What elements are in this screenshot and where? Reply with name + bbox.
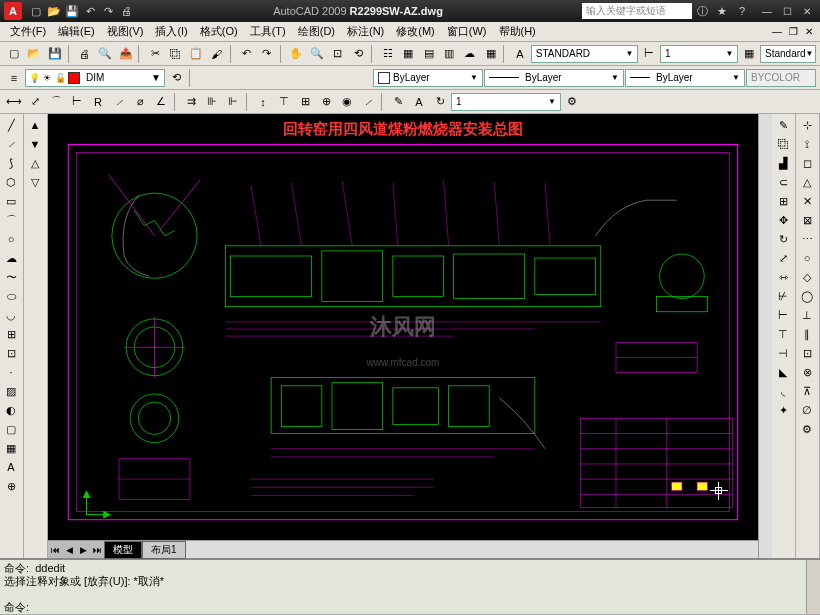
erase-icon[interactable]: ✎: [773, 116, 793, 134]
menu-edit[interactable]: 编辑(E): [52, 22, 101, 41]
horizontal-scrollbar[interactable]: [186, 541, 758, 558]
center-mark-icon[interactable]: ⊕: [316, 92, 336, 112]
minimize-button[interactable]: —: [758, 4, 776, 18]
menu-file[interactable]: 文件(F): [4, 22, 52, 41]
close-button[interactable]: ✕: [798, 4, 816, 18]
plotstyle-dropdown[interactable]: BYCOLOR: [746, 69, 816, 87]
redo-icon[interactable]: ↷: [100, 3, 116, 19]
sheet-set-icon[interactable]: ▥: [440, 44, 460, 64]
dim-jogged-icon[interactable]: ⟋: [109, 92, 129, 112]
menu-draw[interactable]: 绘图(D): [292, 22, 341, 41]
undo-icon[interactable]: ↶: [237, 44, 257, 64]
dim-angular-icon[interactable]: ∠: [151, 92, 171, 112]
circle-icon[interactable]: ○: [1, 230, 21, 248]
tab-prev-icon[interactable]: ◀: [62, 542, 76, 558]
table-style-dropdown[interactable]: Standard▼: [760, 45, 816, 63]
hatch-icon[interactable]: ▨: [1, 382, 21, 400]
center-icon[interactable]: ○: [797, 249, 817, 267]
intersection-icon[interactable]: ✕: [797, 192, 817, 210]
copy-obj-icon[interactable]: ⿻: [773, 135, 793, 153]
paste-icon[interactable]: 📋: [186, 44, 206, 64]
dim-radius-icon[interactable]: R: [88, 92, 108, 112]
tool-palette-icon[interactable]: ▤: [419, 44, 439, 64]
inspect-icon[interactable]: ◉: [337, 92, 357, 112]
new-icon[interactable]: ▢: [4, 44, 24, 64]
pan-icon[interactable]: ✋: [287, 44, 307, 64]
doc-minimize-button[interactable]: —: [770, 25, 784, 39]
help-icon[interactable]: ?: [732, 1, 752, 21]
addselect-icon[interactable]: ⊕: [1, 477, 21, 495]
command-line[interactable]: 命令: ddedit 选择注释对象或 [放弃(U)]: *取消* 命令:: [0, 558, 820, 614]
dim-style-dropdown[interactable]: 1▼: [660, 45, 738, 63]
doc-close-button[interactable]: ✕: [802, 25, 816, 39]
maximize-button[interactable]: ☐: [778, 4, 796, 18]
layer-dropdown[interactable]: 💡 ☀ 🔓 DIM ▼: [25, 69, 165, 87]
parallel-icon[interactable]: ∥: [797, 325, 817, 343]
trim-icon[interactable]: ⊬: [773, 287, 793, 305]
menu-view[interactable]: 视图(V): [101, 22, 150, 41]
open-icon[interactable]: 📂: [25, 44, 45, 64]
linetype-dropdown[interactable]: ByLayer▼: [484, 69, 624, 87]
properties-icon[interactable]: ☷: [378, 44, 398, 64]
mirror-icon[interactable]: ▟: [773, 154, 793, 172]
offset-icon[interactable]: ⊂: [773, 173, 793, 191]
menu-tools[interactable]: 工具(T): [244, 22, 292, 41]
dim-continue-icon[interactable]: ⊩: [223, 92, 243, 112]
dim-style-mgr-icon[interactable]: ⚙: [562, 92, 582, 112]
zoom-window-icon[interactable]: ⊡: [328, 44, 348, 64]
comm-icon[interactable]: ★: [712, 1, 732, 21]
tab-first-icon[interactable]: ⏮: [48, 542, 62, 558]
save-icon[interactable]: 💾: [45, 44, 65, 64]
dim-diameter-icon[interactable]: ⌀: [130, 92, 150, 112]
menu-dimension[interactable]: 标注(N): [341, 22, 390, 41]
dim-tedit-icon[interactable]: A: [409, 92, 429, 112]
dim-quick-icon[interactable]: ⇉: [181, 92, 201, 112]
calc-icon[interactable]: ▦: [481, 44, 501, 64]
dim-edit-icon[interactable]: ✎: [388, 92, 408, 112]
menu-help[interactable]: 帮助(H): [493, 22, 542, 41]
zoom-prev-icon[interactable]: ⟲: [348, 44, 368, 64]
appint-icon[interactable]: ⊠: [797, 211, 817, 229]
array-icon[interactable]: ⊞: [773, 192, 793, 210]
join-icon[interactable]: ⊣: [773, 344, 793, 362]
save-icon[interactable]: 💾: [64, 3, 80, 19]
open-icon[interactable]: 📂: [46, 3, 62, 19]
doc-restore-button[interactable]: ❐: [786, 25, 800, 39]
color-dropdown[interactable]: ByLayer▼: [373, 69, 483, 87]
above-icon[interactable]: △: [25, 154, 45, 172]
app-logo[interactable]: A: [4, 2, 22, 20]
endpoint-icon[interactable]: ◻: [797, 154, 817, 172]
mtext-icon[interactable]: A: [1, 458, 21, 476]
infocenter-icon[interactable]: ⓘ: [692, 1, 712, 21]
text-style-dropdown[interactable]: STANDARD▼: [531, 45, 639, 63]
print-icon[interactable]: 🖨: [75, 44, 95, 64]
front-icon[interactable]: ▲: [25, 116, 45, 134]
extend-icon[interactable]: ⊢: [773, 306, 793, 324]
quadrant-icon[interactable]: ◇: [797, 268, 817, 286]
dim-update-icon[interactable]: ↻: [430, 92, 450, 112]
tab-layout1[interactable]: 布局1: [142, 541, 186, 559]
ellipse-icon[interactable]: ⬭: [1, 287, 21, 305]
below-icon[interactable]: ▽: [25, 173, 45, 191]
arc-icon[interactable]: ⌒: [1, 211, 21, 229]
stretch-icon[interactable]: ⇿: [773, 268, 793, 286]
tab-model[interactable]: 模型: [104, 541, 142, 559]
perp-icon[interactable]: ⊥: [797, 306, 817, 324]
none-icon[interactable]: ∅: [797, 401, 817, 419]
dim-arc-icon[interactable]: ⌒: [46, 92, 66, 112]
line-icon[interactable]: ╱: [1, 116, 21, 134]
jog-line-icon[interactable]: ⟋: [358, 92, 378, 112]
zoom-icon[interactable]: 🔍: [307, 44, 327, 64]
dim-aligned-icon[interactable]: ⤢: [25, 92, 45, 112]
dim-style-dropdown2[interactable]: 1▼: [451, 93, 561, 111]
vertical-scrollbar[interactable]: [758, 114, 772, 558]
search-input[interactable]: 输入关键字或短语: [582, 3, 692, 19]
osnap-settings-icon[interactable]: ⚙: [797, 420, 817, 438]
new-icon[interactable]: ▢: [28, 3, 44, 19]
table-icon[interactable]: ▦: [1, 439, 21, 457]
cmd-prompt[interactable]: 命令:: [4, 601, 802, 614]
tolerance-icon[interactable]: ⊞: [295, 92, 315, 112]
pline-icon[interactable]: ⟆: [1, 154, 21, 172]
scale-icon[interactable]: ⤢: [773, 249, 793, 267]
spline-icon[interactable]: 〜: [1, 268, 21, 286]
